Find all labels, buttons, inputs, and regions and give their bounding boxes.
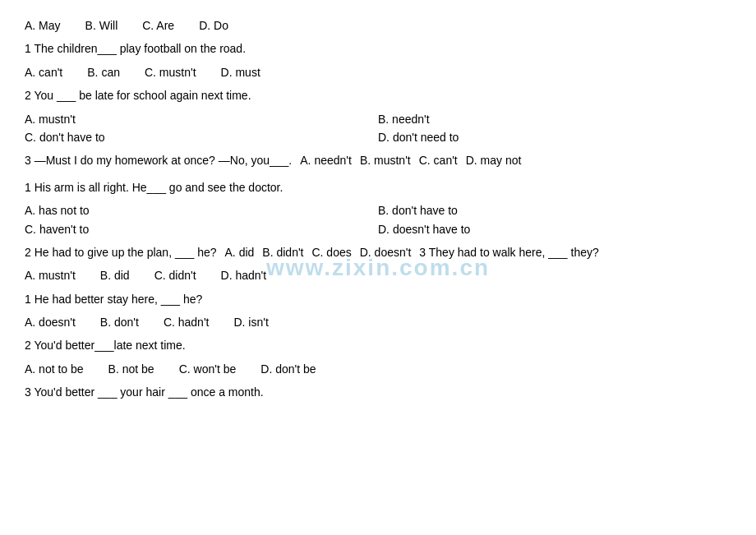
q1-question: 1 The children___ play football on the r… xyxy=(25,39,731,58)
q6-options-row: A. not to be B. not be C. won't be D. do… xyxy=(25,360,731,378)
q4-question: 2 He had to give up the plan, ___ he? xyxy=(25,243,217,261)
q4r-options-row: A. mustn't B. did C. didn't D. hadn't xyxy=(25,266,731,284)
q2-opt-c: C. don't have to xyxy=(25,128,378,146)
q4r-opt-c: C. didn't xyxy=(154,266,196,284)
q0-options-row: A. May B. Will C. Are D. Do xyxy=(25,16,731,35)
q1-opt-c: C. mustn't xyxy=(145,63,196,81)
q3-opt-a: A. needn't xyxy=(300,151,352,169)
q3r-options-row: A. has not to B. don't have to C. haven'… xyxy=(25,201,731,238)
q5-opt-a: A. doesn't xyxy=(25,313,76,331)
q3r-opt-b: B. don't have to xyxy=(378,201,731,219)
q5-opt-d: D. isn't xyxy=(233,313,268,331)
q3r-opt-a: A. has not to xyxy=(25,201,378,219)
q3-opt-b: B. mustn't xyxy=(360,151,411,169)
q2-question: 2 You ___ be late for school again next … xyxy=(25,86,731,104)
q6-opt-b: B. not be xyxy=(108,360,154,378)
q4r-opt-a: A. mustn't xyxy=(25,266,76,284)
q4-opt-c: C. does xyxy=(311,243,351,261)
q5-opt-c: C. hadn't xyxy=(164,313,210,331)
q5-opt-b: B. don't xyxy=(100,313,139,331)
q2-opt-a: A. mustn't xyxy=(25,110,378,128)
q0-opt-a: A. May xyxy=(25,16,61,35)
q5-options-row: A. doesn't B. don't C. hadn't D. isn't xyxy=(25,313,731,331)
q5-question: 1 He had better stay here, ___ he? xyxy=(25,290,731,308)
q2-opt-d: D. don't need to xyxy=(378,128,731,146)
q4-opt-a: A. did xyxy=(225,243,255,261)
q4-right-text: 3 They had to walk here, ___ they? xyxy=(419,243,598,261)
q0-opt-b: B. Will xyxy=(85,16,118,35)
q3r-opt-d: D. doesn't have to xyxy=(378,220,731,238)
q1-opt-a: A. can't xyxy=(25,63,62,81)
q3-row: 3 —Must I do my homework at once? —No, y… xyxy=(25,151,731,196)
q6-question: 2 You'd better___late next time. xyxy=(25,336,731,354)
q6-opt-c: C. won't be xyxy=(179,360,237,378)
q4r-opt-d: D. hadn't xyxy=(221,266,267,284)
q2-options-row: A. mustn't B. needn't C. don't have to D… xyxy=(25,110,731,147)
q4-opt-b: B. didn't xyxy=(262,243,303,261)
q7-question: 3 You'd better ___ your hair ___ once a … xyxy=(25,383,731,401)
q4-row: 2 He had to give up the plan, ___ he? A.… xyxy=(25,243,731,261)
q1-opt-b: B. can xyxy=(87,63,120,81)
q1-options-row: A. can't B. can C. mustn't D. must xyxy=(25,63,731,81)
q4r-opt-b: B. did xyxy=(100,266,130,284)
q3-opt-d: D. may not xyxy=(466,151,522,169)
q3-question: 3 —Must I do my homework at once? —No, y… xyxy=(25,151,292,169)
q4-opt-d: D. doesn't xyxy=(360,243,412,261)
q1-opt-d: D. must xyxy=(221,63,260,81)
q2-opt-b: B. needn't xyxy=(378,110,731,128)
q6-opt-d: D. don't be xyxy=(260,360,316,378)
q0-opt-d: D. Do xyxy=(199,16,228,35)
q3r-opt-c: C. haven't to xyxy=(25,220,378,238)
q6-opt-a: A. not to be xyxy=(25,360,84,378)
q0-opt-c: C. Are xyxy=(142,16,174,35)
q3-opt-c: C. can't xyxy=(419,151,458,169)
q3-right-label: 1 His arm is all right. He___ go and see… xyxy=(25,178,283,196)
